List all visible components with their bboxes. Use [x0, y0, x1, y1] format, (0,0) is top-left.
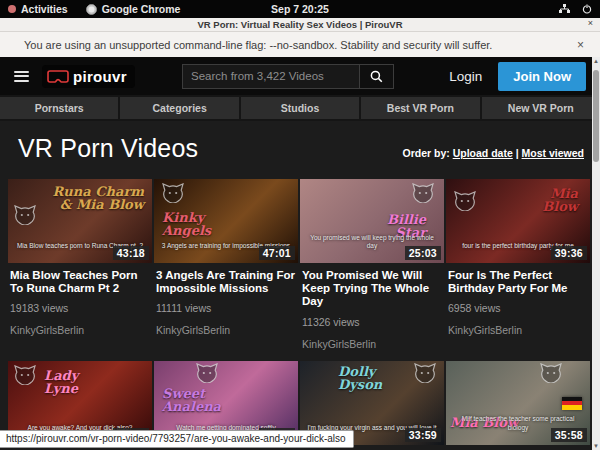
- video-card: Mia Blow Milf teaches the teacher some p…: [446, 361, 590, 450]
- video-views: 11326 views: [302, 316, 442, 328]
- thumbnail-overlay-name: Lady Lyne: [44, 369, 78, 395]
- duration-badge: 25:03: [405, 246, 441, 260]
- nav-item-categories[interactable]: Categories: [120, 97, 238, 119]
- page-scrollbar[interactable]: ▲ ▼: [592, 57, 600, 450]
- search-icon: [370, 70, 383, 83]
- video-card: Kinky Angels 3 Angels are training for i…: [154, 179, 298, 350]
- video-thumbnail[interactable]: Billie Star You promised we will keep tr…: [300, 179, 444, 263]
- activities-label: Activities: [21, 3, 68, 15]
- site-logo-text: pirouvr: [73, 68, 127, 85]
- studio-cat-mask-icon: [454, 191, 476, 215]
- site-logo[interactable]: pirouvr: [42, 65, 135, 88]
- video-views: 11111 views: [156, 302, 296, 314]
- search-group: [182, 64, 394, 89]
- duration-badge: 39:36: [551, 246, 587, 260]
- app-label: Google Chrome: [102, 3, 181, 15]
- thumbnail-overlay-name: Mia Blow: [542, 187, 578, 213]
- video-card: Billie Star You promised we will keep tr…: [300, 179, 444, 350]
- thumbnail-overlay-name: Kinky Angels: [162, 211, 211, 237]
- main-nav: Pornstars Categories Studios Best VR Por…: [0, 95, 600, 121]
- scroll-down-arrow-icon[interactable]: ▼: [592, 443, 600, 449]
- german-flag-icon: [562, 397, 582, 410]
- video-thumbnail[interactable]: Runa Charm & Mia Blow Mia Blow teaches p…: [8, 179, 152, 263]
- video-studio-link[interactable]: KinkyGirlsBerlin: [156, 324, 296, 336]
- studio-cat-mask-icon: [196, 363, 218, 387]
- scroll-up-arrow-icon[interactable]: ▲: [592, 58, 600, 64]
- search-button[interactable]: [360, 64, 394, 89]
- studio-cat-mask-icon: [412, 183, 434, 207]
- video-grid: Runa Charm & Mia Blow Mia Blow teaches p…: [0, 163, 600, 450]
- system-top-bar: Activities Google Chrome Sep 7 20:25: [0, 0, 600, 18]
- studio-cat-mask-icon: [540, 363, 562, 387]
- site-header: pirouvr Login Join Now: [0, 57, 600, 95]
- nav-item-new-vr[interactable]: New VR Porn: [482, 97, 600, 119]
- order-link-upload-date[interactable]: Upload date: [453, 147, 513, 159]
- scrollbar-thumb[interactable]: [593, 70, 599, 162]
- order-link-most-viewed[interactable]: Most viewed: [522, 147, 584, 159]
- network-tree-icon[interactable]: [559, 4, 570, 14]
- duration-badge: 33:59: [405, 428, 441, 442]
- thumbnail-overlay-name: Dolly Dyson: [338, 365, 382, 391]
- hamburger-menu-icon[interactable]: [14, 68, 29, 84]
- chrome-icon: [86, 4, 97, 15]
- search-input[interactable]: [182, 64, 360, 89]
- order-by: Order by: Upload date | Most viewed: [402, 147, 584, 159]
- page-content: pirouvr Login Join Now Pornstars Categor…: [0, 57, 600, 450]
- power-icon[interactable]: [582, 4, 592, 14]
- login-link[interactable]: Login: [449, 69, 482, 84]
- video-thumbnail[interactable]: Mia Blow Milf teaches the teacher some p…: [446, 361, 590, 445]
- heading-row: VR Porn Videos Order by: Upload date | M…: [0, 121, 600, 163]
- join-now-button[interactable]: Join Now: [498, 62, 586, 91]
- video-thumbnail[interactable]: Mia Blow four is the perfect birthday pa…: [446, 179, 590, 263]
- video-title[interactable]: You Promised We Will Keep Trying The Who…: [302, 269, 442, 309]
- studio-cat-mask-icon: [162, 183, 184, 207]
- studio-cat-mask-icon: [14, 365, 36, 389]
- duration-badge: 35:58: [551, 428, 587, 442]
- nav-item-pornstars[interactable]: Pornstars: [0, 97, 118, 119]
- video-studio-link[interactable]: KinkyGirlsBerlin: [10, 324, 150, 336]
- nav-item-best-vr[interactable]: Best VR Porn: [361, 97, 479, 119]
- video-views: 6958 views: [448, 302, 588, 314]
- infobar-close-icon[interactable]: ×: [577, 38, 590, 52]
- order-separator: |: [516, 147, 519, 159]
- tab-close-icon[interactable]: ×: [588, 18, 593, 28]
- studio-cat-mask-icon: [14, 205, 36, 229]
- page-title: VR Porn Videos: [18, 134, 198, 163]
- browser-title-bar: VR Porn: Virtual Reality Sex Videos | Pi…: [0, 18, 600, 32]
- vr-headset-icon: [47, 70, 69, 83]
- taskbar-app-chrome[interactable]: Google Chrome: [86, 3, 181, 15]
- video-views: 19183 views: [10, 302, 150, 314]
- video-studio-link[interactable]: KinkyGirlsBerlin: [448, 324, 588, 336]
- tab-title: VR Porn: Virtual Reality Sex Videos | Pi…: [197, 19, 402, 30]
- activities-button[interactable]: Activities: [8, 3, 68, 15]
- status-url-tooltip: https://pirouvr.com/vr-porn-video/779325…: [0, 430, 354, 448]
- video-card: Mia Blow four is the perfect birthday pa…: [446, 179, 590, 350]
- duration-badge: 47:01: [259, 246, 295, 260]
- video-title[interactable]: Four Is The Perfect Birthday Party For M…: [448, 269, 588, 295]
- nav-item-studios[interactable]: Studios: [241, 97, 359, 119]
- video-card: Runa Charm & Mia Blow Mia Blow teaches p…: [8, 179, 152, 350]
- video-thumbnail[interactable]: Kinky Angels 3 Angels are training for i…: [154, 179, 298, 263]
- video-title[interactable]: Mia Blow Teaches Porn To Runa Charm Pt 2: [10, 269, 150, 295]
- order-by-label: Order by:: [402, 147, 449, 159]
- video-studio-link[interactable]: KinkyGirlsBerlin: [302, 338, 442, 350]
- duration-badge: 43:18: [113, 246, 149, 260]
- studio-cat-mask-icon: [414, 363, 436, 387]
- unsupported-flag-infobar: You are using an unsupported command-lin…: [0, 32, 600, 58]
- infobar-message: You are using an unsupported command-lin…: [24, 39, 492, 51]
- activities-hot-corner-icon: [8, 5, 16, 13]
- clock[interactable]: Sep 7 20:25: [271, 3, 329, 15]
- thumbnail-overlay-name: Runa Charm & Mia Blow: [53, 185, 144, 211]
- thumbnail-overlay-name: Sweet Analena: [162, 387, 221, 413]
- video-title[interactable]: 3 Angels Are Training For Impossible Mis…: [156, 269, 296, 295]
